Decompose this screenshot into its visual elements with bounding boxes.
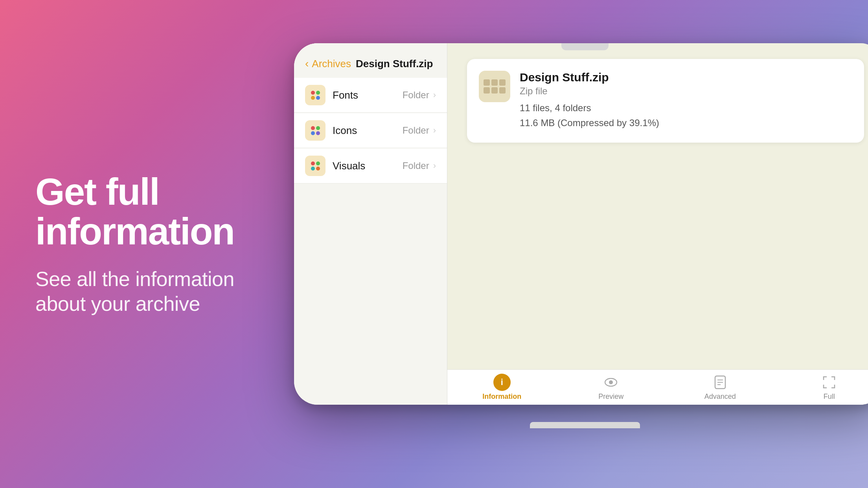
dot: [316, 161, 320, 165]
nav-archives-label[interactable]: Archives: [312, 58, 351, 70]
tab-information[interactable]: i Information: [447, 371, 557, 404]
file-type-visuals: Folder: [403, 160, 429, 171]
back-chevron-icon[interactable]: ‹: [305, 57, 309, 70]
dot: [316, 96, 320, 100]
preview-icon: [602, 374, 620, 391]
tab-full-label: Full: [824, 393, 835, 401]
zip-dot: [484, 87, 490, 94]
subheadline: See all the information about your archi…: [35, 267, 256, 316]
file-name-visuals: Visuals: [333, 160, 403, 172]
svg-point-1: [609, 380, 613, 384]
visuals-folder-icon: [305, 156, 326, 176]
app-content: ‹ Archives Design Stuff.zip: [294, 43, 868, 405]
dot: [316, 167, 320, 171]
list-item[interactable]: Visuals Folder ›: [294, 149, 447, 183]
fonts-folder-icon: [305, 85, 326, 105]
dot: [311, 131, 315, 135]
dot: [316, 91, 320, 95]
dot: [316, 126, 320, 130]
detail-content: Design Stuff.zip Zip file 11 files, 4 fo…: [447, 43, 868, 369]
zip-dot: [499, 87, 506, 94]
zip-file-icon: [479, 71, 510, 102]
info-card: Design Stuff.zip Zip file 11 files, 4 fo…: [467, 59, 864, 143]
zip-dot: [491, 79, 498, 86]
file-type-icons: Folder: [403, 125, 429, 136]
tab-full[interactable]: Full: [775, 371, 868, 404]
detail-size: 11.6 MB (Compressed by 39.1%): [520, 116, 852, 130]
zip-dot: [491, 87, 498, 94]
file-type-fonts: Folder: [403, 90, 429, 101]
nav-title: Design Stuff.zip: [356, 58, 433, 70]
tab-preview-label: Preview: [598, 393, 623, 401]
zip-dot: [484, 79, 490, 86]
icons-folder-icon: [305, 120, 326, 141]
detail-panel: Design Stuff.zip Zip file 11 files, 4 fo…: [447, 43, 868, 405]
file-list: Fonts Folder ›: [294, 78, 447, 405]
list-item[interactable]: Icons Folder ›: [294, 113, 447, 148]
file-name-icons: Icons: [333, 125, 403, 137]
tab-advanced-label: Advanced: [704, 393, 736, 401]
headline: Get full information: [35, 172, 256, 251]
dot: [311, 167, 315, 171]
nav-bar: ‹ Archives Design Stuff.zip: [294, 43, 447, 78]
dot: [311, 126, 315, 130]
file-list-panel: ‹ Archives Design Stuff.zip: [294, 43, 447, 405]
tab-information-label: Information: [482, 393, 521, 401]
information-icon: i: [493, 374, 511, 391]
detail-filetype: Zip file: [520, 86, 852, 97]
device-bottom-bar: [530, 422, 640, 428]
file-name-fonts: Fonts: [333, 89, 403, 101]
info-text: Design Stuff.zip Zip file 11 files, 4 fo…: [520, 71, 852, 131]
tab-bar: i Information Preview: [447, 369, 868, 405]
device-frame: ‹ Archives Design Stuff.zip: [294, 43, 868, 405]
chevron-right-icon: ›: [433, 125, 436, 136]
chevron-right-icon: ›: [433, 90, 436, 100]
device-top-bar: [561, 43, 609, 50]
dot: [316, 131, 320, 135]
dot: [311, 91, 315, 95]
device-container: ‹ Archives Design Stuff.zip: [270, 43, 868, 428]
left-section: Get full information See all the informa…: [35, 0, 256, 488]
zip-dot: [499, 79, 506, 86]
detail-filename: Design Stuff.zip: [520, 71, 852, 84]
advanced-icon: [712, 374, 729, 391]
dot: [311, 96, 315, 100]
list-item[interactable]: Fonts Folder ›: [294, 78, 447, 113]
tab-preview[interactable]: Preview: [557, 371, 666, 404]
tab-advanced[interactable]: Advanced: [666, 371, 775, 404]
chevron-right-icon: ›: [433, 161, 436, 171]
dot: [311, 161, 315, 165]
full-icon: [820, 374, 838, 391]
detail-files-folders: 11 files, 4 folders: [520, 101, 852, 116]
